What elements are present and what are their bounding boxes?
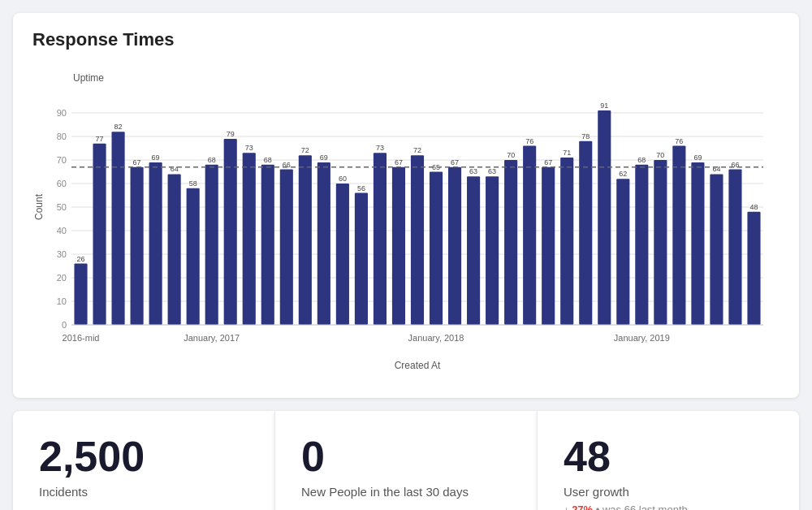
svg-rect-88 <box>654 160 667 325</box>
svg-rect-67 <box>467 176 480 325</box>
svg-rect-25 <box>93 144 106 325</box>
svg-text:68: 68 <box>637 156 646 164</box>
svg-text:90: 90 <box>57 108 67 118</box>
svg-rect-92 <box>691 162 704 325</box>
user-growth-value: 48 <box>564 434 773 480</box>
svg-text:50: 50 <box>57 202 67 212</box>
svg-rect-54 <box>355 193 368 325</box>
svg-text:64: 64 <box>171 165 179 173</box>
svg-rect-90 <box>672 146 685 325</box>
svg-text:62: 62 <box>619 170 627 178</box>
svg-rect-73 <box>523 146 536 325</box>
svg-rect-77 <box>560 158 573 325</box>
svg-text:72: 72 <box>301 146 309 154</box>
svg-text:70: 70 <box>57 155 67 165</box>
svg-text:January, 2018: January, 2018 <box>408 333 464 343</box>
svg-text:67: 67 <box>544 158 552 166</box>
svg-text:2016-mid: 2016-mid <box>63 333 100 343</box>
incidents-label: Incidents <box>39 485 248 499</box>
new-people-label: New People in the last 30 days <box>301 485 511 499</box>
svg-text:76: 76 <box>675 137 683 145</box>
svg-rect-94 <box>710 174 723 325</box>
svg-text:58: 58 <box>189 179 197 188</box>
svg-rect-79 <box>579 141 592 325</box>
svg-rect-31 <box>149 162 162 325</box>
stat-new-people: 0 New People in the last 30 days <box>274 411 537 510</box>
svg-rect-81 <box>598 110 611 325</box>
svg-rect-37 <box>205 165 218 325</box>
svg-rect-33 <box>168 174 181 325</box>
svg-text:48: 48 <box>749 203 758 211</box>
svg-text:40: 40 <box>57 226 67 236</box>
svg-text:56: 56 <box>357 184 365 192</box>
svg-rect-83 <box>616 179 629 325</box>
svg-text:30: 30 <box>57 249 67 259</box>
stat-incidents: 2,500 Incidents <box>13 411 274 510</box>
growth-sub-text: • was 66 last month <box>596 504 688 510</box>
user-growth-label: User growth <box>564 485 773 499</box>
svg-rect-50 <box>317 162 330 325</box>
svg-rect-69 <box>486 176 499 325</box>
bar-chart: 0102030405060708090CountUptime262016-mid… <box>32 57 780 382</box>
svg-text:63: 63 <box>469 167 477 175</box>
svg-rect-60 <box>411 155 424 325</box>
svg-text:76: 76 <box>525 137 533 145</box>
svg-text:Uptime: Uptime <box>73 72 104 84</box>
svg-rect-27 <box>112 132 125 325</box>
svg-text:69: 69 <box>693 153 702 162</box>
svg-rect-52 <box>336 184 349 325</box>
svg-text:20: 20 <box>57 273 67 283</box>
new-people-value: 0 <box>301 434 511 480</box>
incidents-value: 2,500 <box>39 434 248 480</box>
svg-text:68: 68 <box>264 156 272 164</box>
svg-rect-71 <box>504 160 517 325</box>
svg-text:Count: Count <box>33 193 45 220</box>
svg-text:69: 69 <box>320 153 328 162</box>
svg-text:79: 79 <box>227 130 235 138</box>
svg-rect-75 <box>542 167 555 325</box>
svg-rect-48 <box>299 155 312 325</box>
growth-pct: 27% <box>572 504 593 510</box>
svg-text:60: 60 <box>339 175 347 183</box>
svg-text:70: 70 <box>507 151 515 159</box>
svg-rect-29 <box>131 167 144 325</box>
svg-rect-85 <box>635 165 648 325</box>
svg-rect-35 <box>187 188 200 325</box>
chart-title: Response Times <box>32 29 780 50</box>
svg-text:73: 73 <box>376 144 384 152</box>
svg-text:68: 68 <box>208 156 216 164</box>
down-arrow-icon: ↓ <box>564 504 569 510</box>
svg-text:70: 70 <box>656 151 664 159</box>
svg-text:72: 72 <box>413 146 421 154</box>
chart-card: Response Times 0102030405060708090CountU… <box>13 13 799 398</box>
svg-rect-65 <box>448 167 461 325</box>
svg-text:Created At: Created At <box>395 360 441 371</box>
svg-rect-44 <box>261 165 274 325</box>
svg-rect-96 <box>728 170 741 325</box>
svg-text:67: 67 <box>451 158 459 166</box>
svg-text:0: 0 <box>62 320 67 330</box>
svg-text:82: 82 <box>114 123 123 131</box>
svg-text:10: 10 <box>57 296 67 306</box>
svg-text:60: 60 <box>57 179 67 188</box>
svg-rect-58 <box>392 167 405 325</box>
svg-text:73: 73 <box>245 144 253 152</box>
svg-text:77: 77 <box>96 135 104 143</box>
stat-user-growth: 48 User growth ↓ 27% • was 66 last month <box>537 411 799 510</box>
svg-text:91: 91 <box>600 102 608 110</box>
svg-rect-22 <box>74 264 87 325</box>
svg-text:64: 64 <box>712 165 720 173</box>
svg-text:67: 67 <box>133 158 141 166</box>
svg-text:78: 78 <box>581 132 590 140</box>
svg-rect-42 <box>243 153 256 325</box>
svg-rect-56 <box>374 153 387 325</box>
svg-text:January, 2019: January, 2019 <box>614 333 670 343</box>
svg-text:January, 2017: January, 2017 <box>184 333 240 343</box>
svg-rect-62 <box>430 172 443 326</box>
svg-rect-46 <box>280 170 293 325</box>
svg-text:80: 80 <box>57 132 67 141</box>
svg-text:26: 26 <box>77 255 85 263</box>
chart-container: 0102030405060708090CountUptime262016-mid… <box>32 57 780 382</box>
svg-text:63: 63 <box>488 167 496 175</box>
svg-text:69: 69 <box>152 153 160 162</box>
